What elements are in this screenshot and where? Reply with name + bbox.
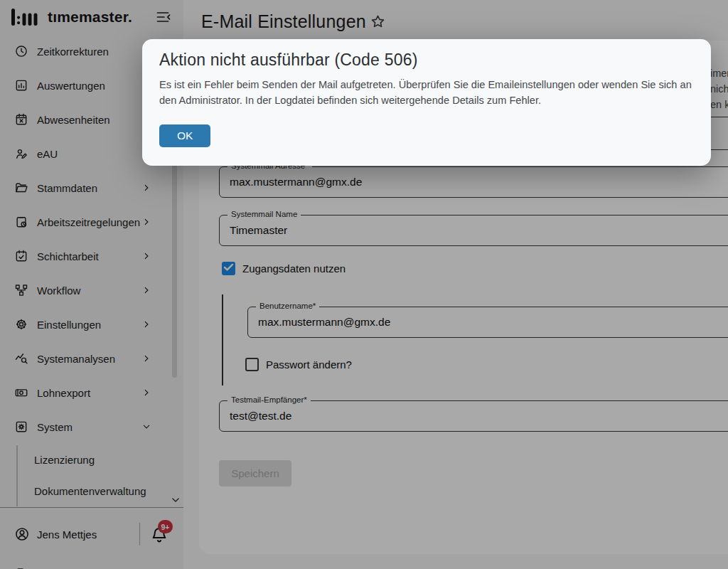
dialog-title: Aktion nicht ausführbar (Code 506) (159, 50, 418, 70)
error-dialog: Aktion nicht ausführbar (Code 506) Es is… (142, 39, 711, 166)
app-root: tımemaster. Zeitkorrekturen Auswertungen… (0, 0, 728, 569)
dialog-message: Es ist ein Fehler beim Senden der Mail a… (159, 78, 698, 109)
ok-button[interactable]: OK (159, 124, 210, 147)
